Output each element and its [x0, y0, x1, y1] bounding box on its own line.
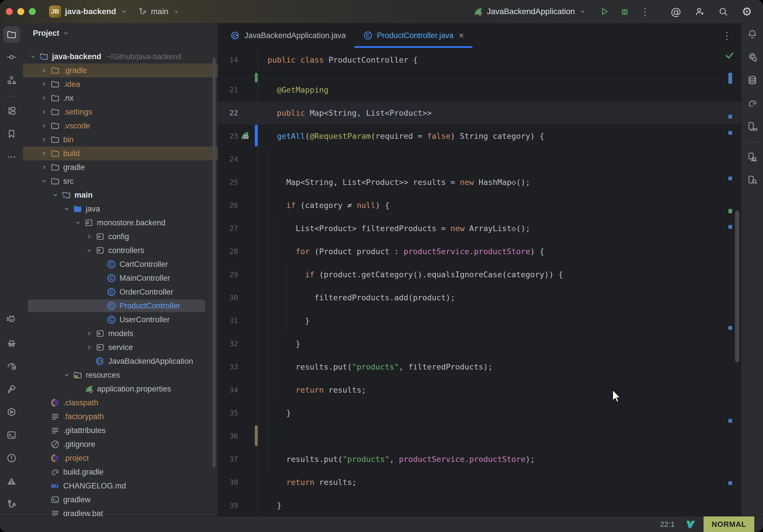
stripe-mark[interactable] — [728, 326, 732, 330]
ai-chat-tool-button[interactable] — [742, 46, 763, 69]
tree-scrollbar[interactable] — [213, 58, 216, 468]
more-actions-button[interactable]: ⋮ — [640, 7, 650, 16]
stripe-mark[interactable] — [728, 481, 732, 485]
tree-item-java[interactable]: java — [23, 202, 218, 216]
minimize-window-button[interactable] — [17, 8, 24, 15]
chevron-right-icon[interactable] — [84, 328, 94, 339]
tree-item-build.gradle[interactable]: build.gradle — [23, 465, 218, 479]
device-laptop-tool-button[interactable] — [742, 146, 763, 169]
search-icon[interactable] — [718, 6, 728, 17]
gauge-bug-tool-button[interactable] — [0, 355, 23, 378]
tab-JavaBackendApplication.java[interactable]: C JavaBackendApplication.java — [222, 23, 354, 48]
close-window-button[interactable] — [6, 8, 13, 15]
chevron-down-icon[interactable] — [61, 370, 72, 380]
line-number[interactable]: 36 — [218, 425, 238, 448]
gradle-tool-button[interactable] — [742, 92, 763, 115]
tree-item-java-backend[interactable]: java-backend~/Github/java-backend — [23, 50, 218, 63]
problems-tool-button[interactable] — [0, 447, 23, 470]
gutter-blue-marker[interactable] — [255, 125, 258, 147]
tab-options-button[interactable]: ⋮ — [722, 31, 742, 41]
tree-item-ProductController[interactable]: C ProductController — [23, 299, 218, 313]
line-number[interactable]: 31 — [218, 309, 238, 332]
chevron-down-icon[interactable] — [61, 204, 72, 214]
run-configuration-name[interactable]: JavaBackendApplication — [487, 7, 575, 16]
tree-item-.settings[interactable]: .settings — [23, 105, 218, 119]
line-number[interactable]: 22 — [218, 102, 238, 125]
stripe-mark[interactable] — [728, 73, 732, 84]
line-number[interactable]: 39 — [218, 494, 238, 516]
line-number[interactable]: 24 — [218, 148, 238, 171]
line-number[interactable]: 27 — [218, 217, 238, 240]
tree-item-CHANGELOG.md[interactable]: M CHANGELOG.md — [23, 479, 218, 493]
line-number[interactable]: 21 — [218, 78, 238, 102]
chevron-right-icon[interactable] — [39, 135, 49, 145]
terminal-tool-button[interactable] — [0, 424, 23, 447]
project-tool-button[interactable] — [0, 23, 23, 46]
tree-item-build[interactable]: build — [23, 147, 218, 160]
run-button[interactable] — [599, 6, 609, 17]
ai-cat-tool-button[interactable] — [0, 309, 23, 332]
chevron-down-icon[interactable] — [39, 176, 49, 186]
database-tool-button[interactable] — [742, 69, 763, 92]
tree-item-gradlew[interactable]: gradlew — [23, 493, 218, 507]
tree-item-.vscode[interactable]: .vscode — [23, 119, 218, 133]
line-number[interactable]: 29 — [218, 263, 238, 286]
chevron-right-icon[interactable] — [84, 342, 94, 353]
chevron-right-icon[interactable] — [39, 121, 49, 131]
tree-item-UserController[interactable]: C UserController — [23, 313, 218, 327]
tree-item-gradle[interactable]: gradle — [23, 160, 218, 174]
chevron-right-icon[interactable] — [39, 65, 49, 75]
stripe-mark[interactable] — [728, 115, 732, 119]
line-number[interactable]: 35 — [218, 402, 238, 425]
tree-item-.classpath[interactable]: .classpath — [23, 396, 218, 410]
tree-item-src[interactable]: src — [23, 174, 218, 188]
gutter-green-marker[interactable] — [255, 73, 258, 82]
line-number[interactable]: 23 — [218, 125, 238, 148]
tree-item-.project[interactable]: .project — [23, 451, 218, 465]
device-search-tool-button[interactable] — [742, 169, 763, 192]
tree-item-main[interactable]: main — [23, 188, 218, 202]
close-tab-icon[interactable]: × — [459, 31, 464, 41]
line-number[interactable]: 14 — [218, 48, 238, 71]
commit-tool-button[interactable] — [0, 46, 23, 69]
project-panel-header[interactable]: Project — [23, 23, 218, 43]
line-number[interactable]: 38 — [218, 471, 238, 494]
chevron-right-icon[interactable] — [84, 231, 94, 242]
more-tool-button[interactable] — [0, 146, 23, 169]
tree-item-controllers[interactable]: controllers — [23, 244, 218, 257]
chevron-down-icon[interactable] — [73, 218, 83, 228]
stripe-mark[interactable] — [728, 419, 732, 423]
line-number[interactable]: 37 — [218, 448, 238, 471]
tree-item-gradlew.bat[interactable]: gradlew.bat — [23, 507, 218, 516]
incognito-tool-button[interactable] — [0, 332, 23, 355]
zoom-window-button[interactable] — [29, 8, 36, 15]
inspections-ok-icon[interactable] — [725, 50, 734, 60]
spring-endpoint-icon[interactable] — [240, 130, 250, 142]
chevron-right-icon[interactable] — [39, 93, 49, 103]
tree-item-.factorypath[interactable]: .factorypath — [23, 410, 218, 424]
tree-item-CartController[interactable]: C CartController — [23, 257, 218, 271]
stripe-mark[interactable] — [728, 176, 732, 180]
tree-item-application.properties[interactable]: application.properties — [23, 382, 218, 396]
tree-item-models[interactable]: models — [23, 327, 218, 341]
tree-item-.idea[interactable]: .idea — [23, 77, 218, 91]
line-number[interactable]: 33 — [218, 356, 238, 378]
services-tool-button[interactable] — [0, 401, 23, 424]
code-editor[interactable]: 21 @GetMapping 22 public Map<String, Lis… — [218, 73, 742, 516]
warning-tool-button[interactable] — [0, 470, 23, 493]
line-number[interactable]: 28 — [218, 240, 238, 263]
chevron-right-icon[interactable] — [39, 162, 49, 172]
caret-position[interactable]: 22:1 — [660, 520, 675, 529]
tab-ProductController.java[interactable]: C ProductController.java × — [354, 23, 473, 48]
line-number[interactable]: 26 — [218, 194, 238, 217]
chevron-down-icon[interactable] — [28, 52, 38, 62]
tree-item-OrderController[interactable]: C OrderController — [23, 285, 218, 299]
ideavim-icon[interactable] — [685, 519, 696, 529]
tree-item-service[interactable]: service — [23, 341, 218, 354]
tree-item-JavaBackendApplication[interactable]: C JavaBackendApplication — [23, 354, 218, 368]
tree-item-.gitattributes[interactable]: .gitattributes — [23, 424, 218, 437]
stripe-mark[interactable] — [728, 225, 732, 229]
stripe-mark[interactable] — [728, 131, 732, 135]
settings-gear-icon[interactable]: ⚙ — [742, 5, 752, 18]
tree-item-MainController[interactable]: C MainController — [23, 271, 218, 285]
